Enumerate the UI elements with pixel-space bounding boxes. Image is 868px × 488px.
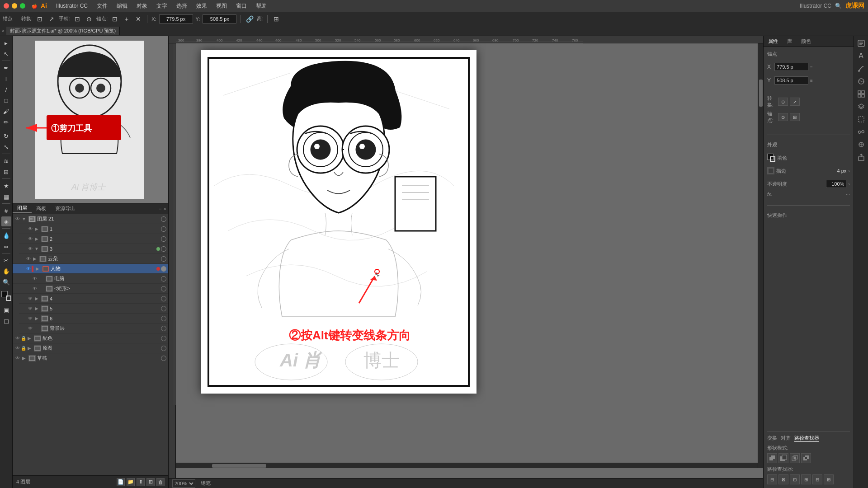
expand-pei[interactable]: ▶ [26, 336, 33, 341]
warp-tool[interactable]: ≋ [1, 156, 11, 166]
anchor-icon1[interactable]: ⊡ [110, 14, 119, 23]
tab-library[interactable]: 库 [783, 37, 797, 46]
hand-icon1[interactable]: ⊡ [73, 14, 82, 23]
vis-3[interactable]: 👁 [27, 246, 33, 252]
artboard-mode[interactable]: ▣ [1, 305, 11, 315]
tab-color[interactable]: 颜色 [797, 37, 816, 46]
shape-minus-btn[interactable] [778, 453, 788, 463]
shape-unite-btn[interactable] [767, 453, 777, 463]
align-btn1[interactable]: ⊙ [778, 113, 788, 121]
select-tool[interactable]: ▸ [1, 38, 11, 48]
transform-icon1[interactable]: ⊡ [35, 14, 44, 23]
nav-layers-icon[interactable] [856, 101, 867, 112]
expand-21[interactable]: ▼ [21, 216, 27, 221]
layer-item-6[interactable]: 👁 ▶ 6 [19, 314, 168, 324]
nav-grid-icon[interactable] [856, 89, 867, 99]
y-input[interactable] [203, 14, 236, 23]
menu-window[interactable]: 窗口 [232, 1, 250, 11]
chain-icon[interactable]: 🔗 [245, 14, 254, 23]
extra-icon[interactable]: ⊞ [272, 14, 281, 23]
shape-intersect-btn[interactable] [790, 453, 800, 463]
pf-trim-btn[interactable]: ⊟ [767, 474, 777, 484]
eyedropper-tool[interactable]: 💧 [1, 230, 11, 240]
menu-file[interactable]: 文件 [93, 1, 111, 11]
canvas-scrollbar-h[interactable] [176, 463, 758, 468]
active-tab[interactable]: 封面-演示源文件1.ai* @ 200% (RGB/GPU 预览) [6, 27, 120, 35]
mac-close-btn[interactable] [4, 3, 9, 9]
scrollbar-h-thumb[interactable] [212, 464, 266, 468]
direct-select-tool[interactable]: ↖ [1, 49, 11, 59]
y-prop-input[interactable] [774, 76, 808, 84]
layers-menu-icon[interactable]: ≡ [159, 206, 161, 211]
layers-close-icon[interactable]: × [164, 206, 166, 211]
vis-21[interactable]: 👁 [14, 216, 21, 222]
menu-text[interactable]: 文字 [153, 1, 171, 11]
rotate-tool[interactable]: ↻ [1, 131, 11, 141]
tab-properties[interactable]: 属性 [764, 37, 783, 46]
canvas-scrollbar-v[interactable] [758, 43, 763, 468]
align-btn2[interactable]: ⊞ [790, 113, 800, 121]
new-group-btn[interactable]: 📁 [127, 478, 135, 486]
shape-exclude-btn[interactable] [801, 453, 811, 463]
x-prop-input[interactable] [774, 63, 808, 71]
layer-item-5[interactable]: 👁 ▶ 5 [19, 304, 168, 314]
gradient-tool[interactable]: ◈ [1, 216, 11, 226]
tab-pathfinder-bottom[interactable]: 路径查找器 [794, 435, 819, 442]
pen-tool[interactable]: ✒ [1, 63, 11, 73]
expand-6[interactable]: ▶ [33, 316, 40, 321]
opacity-input[interactable] [826, 180, 846, 188]
anchor-icon3[interactable]: ✕ [134, 14, 143, 23]
expand-yuan[interactable]: ▶ [26, 346, 33, 351]
menu-view[interactable]: 视图 [212, 1, 231, 11]
pf-divide-btn[interactable]: ⊞ [824, 474, 834, 484]
line-tool[interactable]: / [1, 84, 11, 94]
nav-export-icon[interactable] [856, 152, 867, 163]
type-tool[interactable]: T [1, 74, 11, 84]
vis-bg[interactable]: 👁 [27, 325, 33, 332]
pf-merge-btn[interactable]: ⊠ [778, 474, 788, 484]
mesh-tool[interactable]: # [1, 206, 11, 216]
vis-2[interactable]: 👁 [27, 236, 33, 242]
transform-icon2[interactable]: ↗ [47, 14, 56, 23]
nav-artboard-icon[interactable] [856, 114, 867, 125]
tab-assets[interactable]: 资源导出 [51, 204, 80, 213]
symbol-tool[interactable]: ★ [1, 181, 11, 191]
vis-person[interactable]: 👁 [25, 266, 32, 272]
scissors-tool[interactable]: ✂ [1, 255, 11, 265]
screen-mode[interactable]: ▢ [1, 316, 11, 326]
blend-tool[interactable]: ∞ [1, 241, 11, 251]
vis-yuan[interactable]: 👁 [14, 345, 21, 352]
vis-computer[interactable]: 👁 [32, 276, 38, 282]
vis-6[interactable]: 👁 [27, 315, 33, 322]
tab-artboard[interactable]: 高板 [32, 204, 51, 213]
tab-layers[interactable]: 图层 [13, 204, 32, 213]
vis-rect[interactable]: 👁 [32, 286, 38, 292]
paintbrush-tool[interactable]: 🖌 [1, 106, 11, 116]
transform-btn1[interactable]: ⊙ [778, 98, 788, 106]
layer-item-yuan[interactable]: 👁 🔒 ▶ 原图 [13, 343, 168, 353]
nav-circle-icon[interactable] [856, 76, 867, 87]
layer-item-pei[interactable]: 👁 🔒 ▶ 配色 [13, 333, 168, 343]
layer-item-person[interactable]: 👁 ▶ 人物 [13, 264, 168, 274]
canvas-view[interactable]: Ai 肖 博士 ②按Alt键转变线条方向 ✂ [176, 43, 763, 478]
layer-item-cao[interactable]: 👁 ▶ 草稿 [13, 353, 168, 363]
layer-item-computer[interactable]: 👁 电脑 [13, 274, 168, 284]
scale-tool[interactable]: ⤡ [1, 142, 11, 152]
tab-close-btn[interactable]: × [0, 28, 6, 33]
expand-1[interactable]: ▶ [33, 226, 40, 231]
pf-minus-back-btn[interactable]: ⊟ [812, 474, 822, 484]
fill-stroke-tool[interactable] [1, 291, 11, 301]
nav-symbol-icon[interactable] [856, 139, 867, 150]
layer-item-3[interactable]: 👁 ▼ 3 [19, 244, 168, 254]
layer-item-4[interactable]: 👁 ▶ 4 [19, 294, 168, 304]
tab-transform-bottom[interactable]: 变换 [767, 435, 777, 442]
layer-item-1[interactable]: 👁 ▶ 1 [19, 224, 168, 234]
delete-layer-btn[interactable]: 🗑 [156, 478, 165, 486]
vis-cloud[interactable]: 👁 [25, 256, 32, 262]
fill-swatch-container[interactable] [767, 154, 775, 162]
vis-pei[interactable]: 👁 [14, 335, 21, 342]
scrollbar-v-thumb[interactable] [759, 80, 763, 107]
opacity-expand-icon[interactable]: › [848, 181, 850, 187]
vis-cao[interactable]: 👁 [14, 355, 21, 361]
nav-letter-a-icon[interactable]: A [856, 51, 867, 61]
